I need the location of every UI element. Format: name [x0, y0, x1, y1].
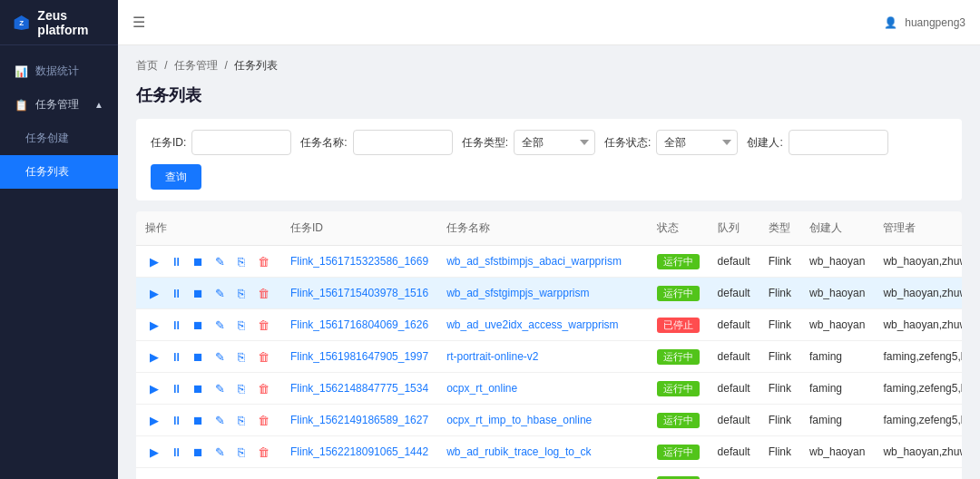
task-name-link[interactable]: wb_ad_sfstbimpjs_abaci_warpprism: [446, 255, 622, 268]
cell-id: Flink_1562148847775_1534: [281, 373, 437, 405]
edit-icon[interactable]: ✎: [211, 316, 229, 334]
task-id-link[interactable]: Flink_1561715403978_1516: [290, 287, 428, 299]
cell-id: Flink_1561715323586_1669: [281, 246, 437, 278]
task-name-link[interactable]: wb_ad_uve2idx_access_warpprism: [446, 318, 618, 331]
play-icon[interactable]: ▶: [145, 411, 163, 429]
copy-icon[interactable]: ⎘: [232, 379, 250, 397]
menu-toggle-icon[interactable]: ☰: [132, 14, 145, 31]
copy-icon[interactable]: ⎘: [232, 316, 250, 334]
breadcrumb-home[interactable]: 首页: [136, 59, 158, 72]
play-icon[interactable]: ▶: [145, 252, 163, 270]
stop-icon[interactable]: ⏹: [189, 474, 207, 479]
cell-name: wb_ad_sfstgimpjs_warpprism: [437, 278, 647, 309]
cell-queue: default: [709, 278, 760, 309]
play-icon[interactable]: ▶: [145, 347, 163, 366]
edit-icon[interactable]: ✎: [211, 284, 229, 302]
task-id-link[interactable]: Flink_1561981647905_1997: [290, 350, 428, 363]
delete-icon[interactable]: 🗑: [254, 284, 272, 302]
delete-icon[interactable]: 🗑: [254, 474, 272, 479]
pause-icon[interactable]: ⏸: [167, 316, 185, 334]
pause-icon[interactable]: ⏸: [167, 379, 185, 397]
pause-icon[interactable]: ⏸: [167, 347, 185, 366]
pause-icon[interactable]: ⏸: [167, 252, 185, 270]
cell-queue: default: [709, 436, 760, 468]
play-icon[interactable]: ▶: [145, 443, 163, 461]
task-id-link[interactable]: Flink_1562148847775_1534: [290, 382, 428, 395]
edit-icon[interactable]: ✎: [211, 379, 229, 397]
edit-icon[interactable]: ✎: [211, 347, 229, 366]
edit-icon[interactable]: ✎: [211, 252, 229, 270]
delete-icon[interactable]: 🗑: [254, 411, 272, 429]
copy-icon[interactable]: ⎘: [232, 284, 250, 302]
task-name-link[interactable]: wb_ad_sfstgimpjs_warpprism: [446, 287, 589, 299]
col-header-creator: 创建人: [800, 211, 874, 246]
cell-creator: faming: [800, 341, 874, 373]
play-icon[interactable]: ▶: [145, 379, 163, 397]
cell-status: 运行中: [648, 468, 709, 480]
task-name-input[interactable]: [353, 130, 453, 155]
edit-icon[interactable]: ✎: [211, 474, 229, 479]
pause-icon[interactable]: ⏸: [167, 411, 185, 429]
cell-type: Flink: [760, 309, 800, 341]
play-icon[interactable]: ▶: [145, 316, 163, 334]
content-area: 首页 / 任务管理 / 任务列表 任务列表 任务ID: 任务名称: 任务类型: …: [118, 45, 980, 479]
col-header-queue: 队列: [709, 211, 760, 246]
sidebar-item-task-list[interactable]: 任务列表: [0, 155, 118, 189]
logo-icon: Z: [13, 12, 30, 34]
search-button[interactable]: 查询: [151, 164, 201, 190]
play-icon[interactable]: ▶: [145, 474, 163, 479]
cell-action: ▶ ⏸ ⏹ ✎ ⎘ 🗑: [136, 373, 281, 405]
task-id-link[interactable]: Flink_1561716804069_1626: [290, 318, 428, 331]
copy-icon[interactable]: ⎘: [232, 347, 250, 366]
cell-manager: wb_haoyan,zhuwei8: [874, 436, 962, 468]
delete-icon[interactable]: 🗑: [254, 443, 272, 461]
edit-icon[interactable]: ✎: [211, 443, 229, 461]
stop-icon[interactable]: ⏹: [189, 284, 207, 302]
play-icon[interactable]: ▶: [145, 284, 163, 302]
cell-name: wb_ad_uve2idx_access_warpprism: [437, 309, 647, 341]
copy-icon[interactable]: ⎘: [232, 411, 250, 429]
breadcrumb-current: 任务列表: [234, 59, 278, 72]
task-name-link[interactable]: ocpx_rt_imp_to_hbase_online: [446, 414, 592, 426]
pause-icon[interactable]: ⏸: [167, 474, 185, 479]
username: huangpeng3: [905, 16, 965, 29]
stop-icon[interactable]: ⏹: [189, 411, 207, 429]
task-id-input[interactable]: [191, 130, 291, 155]
creator-input[interactable]: [789, 130, 888, 155]
task-name-link[interactable]: rt-portrait-online-v2: [446, 350, 538, 363]
stop-icon[interactable]: ⏹: [189, 443, 207, 461]
task-status-select[interactable]: 全部 运行中 已停止: [656, 130, 738, 155]
pause-icon[interactable]: ⏸: [167, 284, 185, 302]
task-id-link[interactable]: Flink_1562149186589_1627: [290, 414, 428, 426]
delete-icon[interactable]: 🗑: [254, 252, 272, 270]
copy-icon[interactable]: ⎘: [232, 443, 250, 461]
cell-action: ▶ ⏸ ⏹ ✎ ⎘ 🗑: [136, 405, 281, 436]
sidebar-item-data-stats[interactable]: 📊 数据统计: [0, 54, 118, 88]
edit-icon[interactable]: ✎: [211, 411, 229, 429]
action-icons: ▶ ⏸ ⏹ ✎ ⎘ 🗑: [145, 379, 272, 397]
sidebar-item-label: 任务列表: [25, 164, 69, 180]
cell-manager: wb_haoyan,zhuwei8: [874, 278, 962, 309]
stop-icon[interactable]: ⏹: [189, 316, 207, 334]
status-badge: 运行中: [657, 254, 700, 269]
copy-icon[interactable]: ⎘: [232, 252, 250, 270]
col-header-action: 操作: [136, 211, 281, 246]
task-name-link[interactable]: wb_ad_rubik_trace_log_to_ck: [446, 445, 591, 458]
stop-icon[interactable]: ⏹: [189, 379, 207, 397]
sidebar-item-task-mgmt[interactable]: 📋 任务管理 ▲: [0, 88, 118, 122]
copy-icon[interactable]: ⎘: [232, 474, 250, 479]
task-id-link[interactable]: Flink_1561715323586_1669: [290, 255, 428, 268]
cell-type: Flink: [760, 246, 800, 278]
delete-icon[interactable]: 🗑: [254, 316, 272, 334]
delete-icon[interactable]: 🗑: [254, 347, 272, 366]
task-name-link[interactable]: ocpx_rt_online: [446, 382, 517, 395]
task-id-link[interactable]: Flink_1562218091065_1442: [290, 445, 428, 458]
task-type-select[interactable]: 全部 Flink Spark: [514, 130, 595, 155]
stop-icon[interactable]: ⏹: [189, 347, 207, 366]
stop-icon[interactable]: ⏹: [189, 252, 207, 270]
breadcrumb-task-mgmt[interactable]: 任务管理: [174, 59, 218, 72]
pause-icon[interactable]: ⏸: [167, 443, 185, 461]
sidebar-item-task-create[interactable]: 任务创建: [0, 122, 118, 155]
action-icons: ▶ ⏸ ⏹ ✎ ⎘ 🗑: [145, 347, 272, 366]
delete-icon[interactable]: 🗑: [254, 379, 272, 397]
